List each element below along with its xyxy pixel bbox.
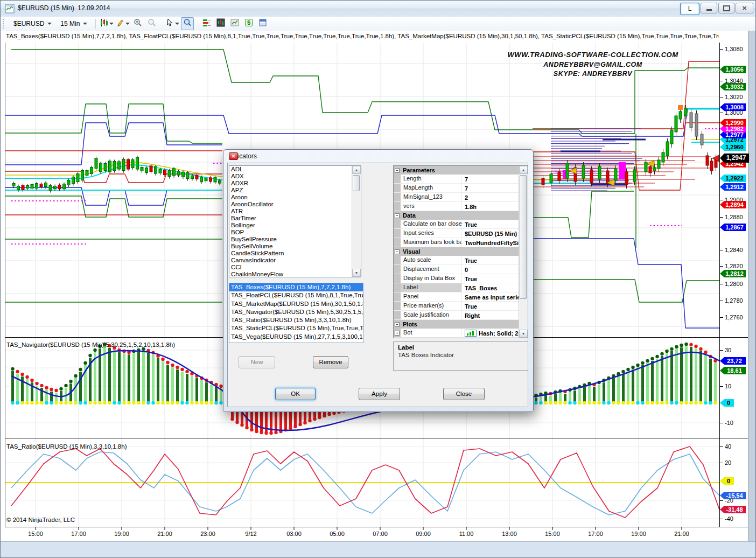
property-value[interactable]: True [462, 274, 519, 283]
indicator-list-item[interactable]: CandleStickPattern [229, 250, 352, 257]
indicator-list-item[interactable]: APZ [229, 187, 352, 194]
indicator-list-item[interactable]: ADL [229, 166, 352, 173]
property-value[interactable]: Hash; Solid; 2px [462, 338, 519, 338]
property-row[interactable]: MapLength7 [394, 184, 519, 193]
configured-indicator-item[interactable]: TAS_StaticPCL($EURUSD (15 Min),True,True… [229, 324, 363, 332]
property-row[interactable]: Price marker(s)True [394, 302, 519, 311]
indicator-list-item[interactable]: ADXR [229, 180, 352, 187]
axis-tick: -40 [720, 515, 733, 522]
scrollbar-thumb[interactable] [520, 175, 527, 299]
property-category[interactable]: −Visual [394, 247, 519, 256]
time-axis-label: 21:00 [157, 531, 172, 537]
remove-button[interactable]: Remove [313, 356, 348, 368]
configured-indicator-item[interactable]: TAS_Navigator($EURUSD (15 Min),5,30,25,1… [229, 308, 363, 316]
collapse-icon[interactable]: − [395, 213, 400, 218]
property-value[interactable]: Hash; Solid; 2px [462, 329, 519, 337]
indicator-list-item[interactable]: BarTimer [229, 215, 352, 222]
property-value[interactable]: 7 [462, 184, 519, 192]
property-value[interactable]: TwoHundredFiftySix [462, 238, 519, 247]
property-label: MinSignal_123 [401, 193, 462, 201]
time-axis-label: 17:00 [588, 531, 603, 537]
property-row[interactable]: Auto scaleTrue [394, 256, 519, 265]
configured-indicator-item[interactable]: TAS_FloatPCL($EURUSD (15 Min),8,1,True,T… [229, 291, 363, 299]
collapse-icon[interactable]: − [395, 249, 400, 254]
property-row[interactable]: Calculate on bar closeTrue [394, 220, 519, 229]
property-row[interactable]: Length7 [394, 175, 519, 184]
property-value[interactable]: Same as input series [462, 292, 519, 301]
property-category[interactable]: −Parameters [394, 166, 519, 175]
property-row[interactable]: Display in Data BoxTrue [394, 274, 519, 283]
property-value[interactable]: True [462, 302, 519, 310]
configured-indicator-item[interactable]: TAS_MarketMap($EURUSD (15 Min),30,1,50,1… [229, 300, 363, 308]
price-marker-badge: 1,2960 [720, 143, 746, 151]
scroll-up-icon[interactable]: ▲ [519, 166, 528, 174]
indicator-list-item[interactable]: CCI [229, 264, 352, 271]
indicator-list-item[interactable]: ADX [229, 173, 352, 180]
expand-icon[interactable]: + [395, 331, 400, 336]
indicators-dialog: Indicators ✕ ADLADXADXRAPZAroonAroonOsci… [223, 149, 534, 412]
property-row[interactable]: MinSignal_1232 [394, 193, 519, 202]
scroll-down-icon[interactable]: ▼ [352, 269, 361, 277]
available-indicators-list[interactable]: ADLADXADXRAPZAroonAroonOscillatorATRBarT… [229, 165, 361, 277]
property-label: Ctr [401, 338, 462, 338]
scroll-down-icon[interactable]: ▼ [519, 330, 528, 338]
price-marker-badge: 1,3008 [720, 103, 746, 111]
axis-tick: 1,2800 [720, 281, 743, 287]
list-scrollbar[interactable]: ▲ ▼ [352, 166, 361, 277]
time-axis-label: 15:00 [545, 531, 560, 537]
indicator-list-item[interactable]: ChaikinMoneyFlow [229, 271, 352, 277]
new-button[interactable]: New [239, 356, 275, 368]
indicator-list-item[interactable]: Bollinger [229, 222, 352, 229]
property-value[interactable]: 0 [462, 265, 519, 274]
scrollbar-thumb[interactable] [353, 175, 360, 191]
configured-indicator-item[interactable]: TAS_Boxes($EURUSD (15 Min),7,7,2,1.8h) [229, 283, 363, 291]
scroll-up-icon[interactable]: ▲ [352, 166, 361, 174]
property-label: MapLength [401, 184, 462, 192]
property-row[interactable]: Scale justificationRight [394, 311, 519, 320]
watermark: WWW.TRADING-SOFTWARE-COLLECTION.COM ANDR… [507, 51, 679, 79]
property-value[interactable]: True [462, 220, 519, 228]
property-value[interactable]: 2 [462, 193, 519, 201]
property-category[interactable]: −Plots [394, 320, 519, 329]
property-row[interactable]: PanelSame as input series [394, 292, 519, 302]
configured-indicator-item[interactable]: TAS_Ratio($EURUSD (15 Min),3,3,10,1.8h) [229, 316, 363, 324]
property-row[interactable]: +CtrHash; Solid; 2px [394, 338, 519, 338]
property-row[interactable]: Displacement0 [394, 265, 519, 274]
indicator-list-item[interactable]: BOP [229, 229, 352, 236]
property-value[interactable]: 1.8h [462, 202, 519, 211]
time-axis-label: 19:00 [114, 531, 129, 537]
property-grid[interactable]: −ParametersLength7MapLength7MinSignal_12… [393, 165, 528, 338]
description-text: TAS Boxes Indicator [398, 352, 523, 358]
property-row[interactable]: vers1.8h [394, 202, 519, 211]
property-row[interactable]: Input series$EURUSD (15 Min) [394, 229, 519, 238]
property-category[interactable]: −Data [394, 211, 519, 220]
apply-button[interactable]: Apply [359, 388, 400, 400]
property-value[interactable]: 7 [462, 175, 519, 183]
dialog-titlebar[interactable]: Indicators ✕ [223, 150, 533, 163]
property-value[interactable]: Right [462, 311, 519, 319]
indicator-list-item[interactable]: BuySellVolume [229, 243, 352, 250]
axis-tick: -10 [720, 420, 733, 426]
collapse-icon[interactable]: − [395, 322, 400, 327]
property-value[interactable]: True [462, 256, 519, 264]
collapse-icon[interactable]: − [395, 168, 400, 173]
property-value[interactable]: $EURUSD (15 Min) [462, 229, 519, 238]
property-label: Input series [401, 229, 462, 238]
ok-button[interactable]: OK [275, 388, 316, 400]
price-marker-badge: 1,2947 [720, 154, 749, 163]
indicator-list-item[interactable]: Aroon [229, 194, 352, 201]
property-row[interactable]: +BotHash; Solid; 2px [394, 329, 519, 338]
property-value[interactable]: TAS_Boxes [462, 283, 519, 292]
configured-indicator-item[interactable]: TAS_Vega($EURUSD (15 Min),27,7,1,5,3,100… [229, 333, 363, 341]
indicator-list-item[interactable]: AroonOscillator [229, 201, 352, 208]
property-row[interactable]: Maximum bars look backTwoHundredFiftySix [394, 238, 519, 247]
property-row[interactable]: LabelTAS_Boxes [394, 283, 519, 292]
indicator-list-item[interactable]: ATR [229, 208, 352, 215]
dialog-close-button-bottom[interactable]: Close [443, 388, 485, 400]
dialog-close-button[interactable]: ✕ [229, 152, 238, 160]
indicator-list-item[interactable]: CanvasIndicator [229, 257, 352, 264]
indicator-list-item[interactable]: BuySellPressure [229, 236, 352, 243]
property-label: Displacement [401, 265, 462, 274]
grid-scrollbar[interactable]: ▲ ▼ [519, 166, 528, 338]
configured-indicators-list[interactable]: TAS_Boxes($EURUSD (15 Min),7,7,2,1.8h)TA… [229, 283, 363, 343]
